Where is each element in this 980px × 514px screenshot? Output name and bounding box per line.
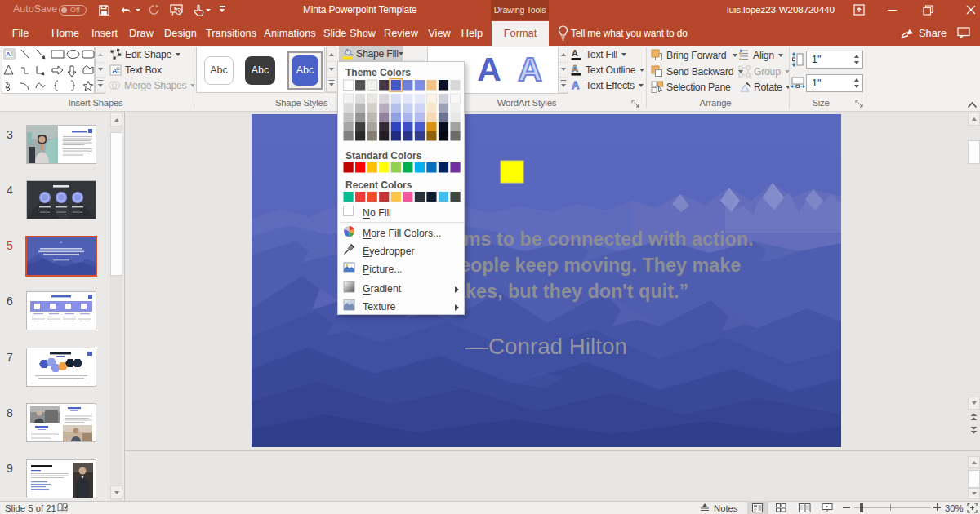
svg-text:—Conrad Hilton: —Conrad Hilton xyxy=(466,334,627,359)
svg-text:A: A xyxy=(572,64,578,73)
svg-text:A: A xyxy=(6,51,11,58)
svg-text:A: A xyxy=(572,48,578,58)
svg-text:A: A xyxy=(572,79,580,91)
svg-text:“: “ xyxy=(60,241,62,247)
